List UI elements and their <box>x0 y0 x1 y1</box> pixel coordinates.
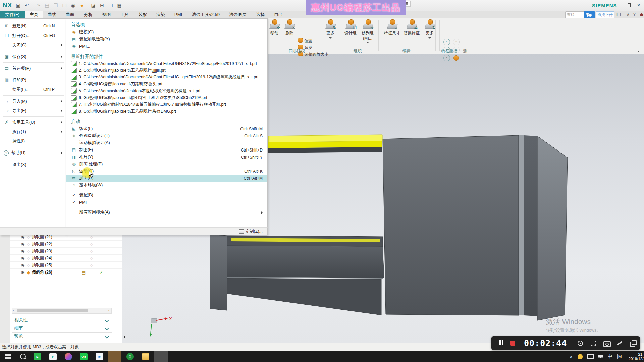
tray-expand-icon[interactable]: ∧ <box>570 354 573 359</box>
undo-icon[interactable]: ↶ <box>23 2 30 8</box>
visibility-eye-icon[interactable]: ◉ <box>20 249 25 253</box>
tab-PMI[interactable]: PMI <box>170 11 187 18</box>
file-menu-item-导入M[interactable]: →导入(M) <box>0 97 66 106</box>
replay-1-icon[interactable]: » <box>453 39 460 45</box>
close-button[interactable]: × <box>634 2 643 9</box>
horizontal-scrollbar[interactable]: ‹› <box>12 308 112 314</box>
feature-row-抽取面24[interactable]: ◉◌抽取面 (24)◌ <box>10 255 122 262</box>
visibility-eye-icon[interactable]: ◉ <box>20 256 25 260</box>
recent-file-2[interactable]: 2. G:\惠州UG编程\jiao xue ti\工艺品图档\jjjjjlll.… <box>66 67 267 74</box>
synchronous-more-button[interactable]: ↻更多 <box>323 19 338 41</box>
annotate-icon[interactable] <box>616 340 623 347</box>
feature-row-抽取面25[interactable]: ◉◌抽取面 (25)◌ <box>10 262 122 269</box>
startup-item-布局Y[interactable]: ◨布局(Y)Ctrl+Shift+Y <box>66 154 267 161</box>
windows-mode-icon[interactable] <box>629 340 636 347</box>
copy-icon[interactable]: ❐ <box>52 2 59 8</box>
toggle-item-装配B[interactable]: ✓装配(B) <box>66 192 267 199</box>
recent-file-6[interactable]: 6. G:\惠州UG编程\jiao xue ti\原创零件上机刀路带夹具\S50… <box>66 94 267 101</box>
panel-细节[interactable]: 细节 <box>12 324 112 332</box>
feature-row-倒斜角26[interactable]: ◉◆倒斜角 (26)▤✓ <box>10 269 122 276</box>
customize-button[interactable]: 定制(Z)... <box>239 229 263 234</box>
display-part-icon[interactable]: ● <box>78 2 85 8</box>
move-to-group-button[interactable]: ➔移到组(M)... <box>358 19 378 45</box>
tab-主页[interactable]: 主页 <box>25 11 43 18</box>
recent-file-4[interactable]: 4. G:\惠州UG编程\jiao xue ti\刀路研究\兽头.prt <box>66 81 267 87</box>
taskbar-clock[interactable]: 21:582019/12/29 <box>629 352 644 361</box>
minimize-button[interactable]: — <box>615 2 624 9</box>
visibility-eye-icon[interactable]: ◉ <box>20 263 25 267</box>
input-method-indicator[interactable]: 中 <box>608 354 612 360</box>
start-button[interactable] <box>1 352 15 361</box>
security-lock-icon[interactable]: ⚿ <box>123 352 137 361</box>
startup-item-运动模拟设计A[interactable]: 运动模拟设计(A) <box>66 139 267 146</box>
file-menu-item-退出X[interactable]: 退出(X) <box>0 160 66 169</box>
pause-button[interactable] <box>499 340 504 346</box>
recent-file-8[interactable]: 8. G:\惠州UG编程\jiao xue ti\工艺品图档\头盔DMG.prt <box>66 108 267 115</box>
netdisk-icon[interactable] <box>584 11 595 18</box>
replay-play-icon[interactable] <box>453 55 459 61</box>
drag-upload-button[interactable]: 拖拽上传 <box>596 11 614 18</box>
feature-row-抽取面23[interactable]: ◉◌抽取面 (23)◌ <box>10 248 122 255</box>
replace-feature-button[interactable]: ⇄替换特征 <box>402 19 421 36</box>
startup-item-钣金L[interactable]: ◣钣金(L)Ctrl+Shift+M <box>66 125 267 132</box>
panel-预览[interactable]: 预览 <box>12 332 112 340</box>
tab-装配[interactable]: 装配 <box>133 11 152 18</box>
selection-sphere-icon[interactable]: ◉ <box>70 2 76 8</box>
command-finder-input[interactable]: 查找 <box>565 11 585 18</box>
tab-浩强工具v2.59[interactable]: 浩强工具v2.59 <box>187 11 224 18</box>
new-window-icon[interactable]: ❏ <box>107 2 114 8</box>
tab-视图[interactable]: 视图 <box>97 11 115 18</box>
file-menu-item-执行T[interactable]: 执行(T) <box>0 127 66 136</box>
m-badge-indicator[interactable]: M <box>617 354 623 359</box>
visibility-eye-icon[interactable]: ◉ <box>20 270 25 275</box>
taskbar-search-icon[interactable] <box>16 352 30 361</box>
replay-4-icon[interactable]: ▪ <box>443 55 450 61</box>
downloader-icon[interactable]: ◣ <box>31 352 44 361</box>
notification-tray-icon[interactable] <box>598 355 603 359</box>
replay-0-icon[interactable]: « <box>443 39 450 45</box>
submenu-item-PMI[interactable]: ◉PMI... <box>66 43 267 50</box>
tab-分析[interactable]: 分析 <box>79 11 97 18</box>
all-application-modules-item[interactable]: 所有应用模块(A) <box>66 209 267 216</box>
meeting-app-icon[interactable]: ◉ <box>93 352 106 361</box>
region-select-icon[interactable] <box>590 340 597 347</box>
scroll-right-icon[interactable]: › <box>108 309 111 312</box>
tab-曲线[interactable]: 曲线 <box>43 11 61 18</box>
network-tray-icon[interactable] <box>587 354 594 359</box>
navigator-collapse-icon[interactable] <box>122 335 125 339</box>
tab-渲染[interactable]: 渲染 <box>152 11 170 18</box>
submenu-item-建模G[interactable]: ◉建模(G)... <box>66 28 267 36</box>
visibility-eye-icon[interactable]: ◉ <box>20 242 25 246</box>
tab-工具[interactable]: 工具 <box>115 11 133 18</box>
recent-file-7[interactable]: 7. H:\惠州UG编程教材\NX1847四轴五轴编程...粗\6.7 四轴替换… <box>66 101 267 108</box>
file-menu-item-导出E[interactable]: ⇒导出(E) <box>0 106 66 115</box>
file-menu-item-关闭C[interactable]: 关闭(C) <box>0 40 66 50</box>
paste-icon[interactable]: ❑ <box>61 2 68 8</box>
file-menu-item-新建N[interactable]: ⊞新建(N)...Ctrl+N <box>0 21 66 31</box>
file-menu-button[interactable]: 文件(F) <box>0 11 25 18</box>
recent-file-5[interactable]: 5. C:\Users\Administrator\Desktop\本世纪秒杀率… <box>66 87 267 94</box>
feature-row-抽取面22[interactable]: ◉◌抽取面 (22)◌ <box>10 241 122 248</box>
iqiyi-icon[interactable]: QIY <box>77 352 91 361</box>
restore-button[interactable] <box>624 2 633 9</box>
file-menu-item-打印P[interactable]: ▥打印(P)... <box>0 75 66 85</box>
feature-dimension-button[interactable]: ↔特征尺寸 <box>383 19 401 36</box>
startup-item-制图F[interactable]: ▤制图(F)Ctrl+Shift+D <box>66 146 267 154</box>
browser-icon[interactable] <box>62 352 75 361</box>
panel-相关性[interactable]: 相关性 <box>12 316 112 324</box>
tab-曲面[interactable]: 曲面 <box>61 11 79 18</box>
startup-item-运动O[interactable]: ◺运动(O)Ctrl+Alt+K <box>66 168 267 175</box>
tab-浩强图层[interactable]: 浩强图层 <box>224 11 251 18</box>
minimize-ribbon-icon[interactable] <box>637 49 640 54</box>
redo-icon[interactable]: ↷ <box>35 2 42 8</box>
toggle-item-PMI[interactable]: ✓PMI <box>66 199 267 206</box>
tab-选择[interactable]: 选择 <box>251 11 269 18</box>
file-menu-item-实用工具U[interactable]: ✗实用工具(U) <box>0 118 66 127</box>
file-menu-item-打开O[interactable]: ❒打开(O)...Ctrl+O <box>0 31 66 40</box>
zoom-tool-icon[interactable] <box>577 340 584 347</box>
collapse-ribbon-icon[interactable]: ∧ <box>627 12 630 17</box>
file-menu-item-帮助H[interactable]: ?帮助(H) <box>0 148 66 158</box>
qq-tray-icon[interactable] <box>578 354 583 359</box>
startup-item-前/后处理P[interactable]: ◍前/后处理(P) <box>66 161 267 168</box>
save-icon[interactable]: ▣ <box>15 2 21 8</box>
